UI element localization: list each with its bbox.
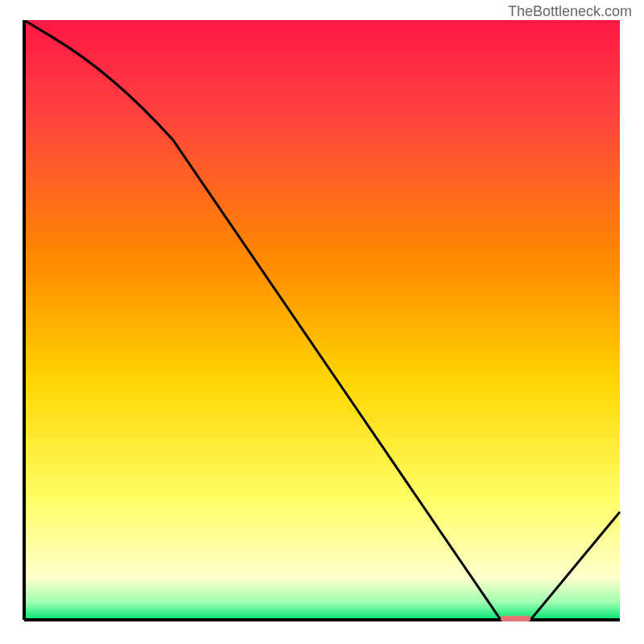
gradient-background: [24, 20, 620, 620]
chart-svg: [20, 20, 624, 624]
marker-point: [501, 616, 530, 621]
chart-area: [20, 20, 624, 624]
watermark-label: TheBottleneck.com: [508, 3, 632, 20]
